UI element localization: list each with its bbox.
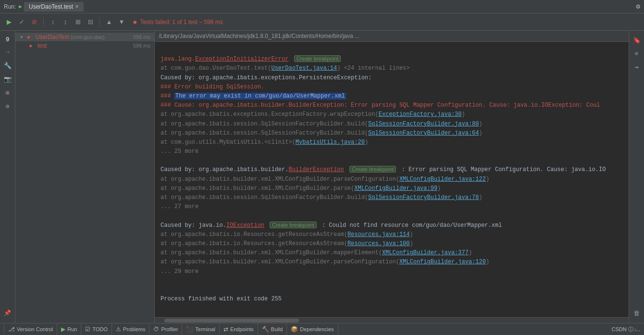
log-line-at-sqlsession64: at org.apache.ibatis.session.SqlSessionF…: [161, 129, 623, 138]
test-time: 596 ms: [133, 43, 150, 49]
build-icon: 🔨: [262, 326, 269, 333]
log-line-at1: at com.guo.dao.UserDaoTest.test(UserDaoT…: [161, 64, 623, 73]
terminal-tab[interactable]: ⬛ Terminal: [182, 323, 220, 335]
more-29: ... 29 more: [161, 268, 198, 275]
link-sql78[interactable]: SqlSessionFactoryBuilder.java:78: [368, 194, 479, 201]
dependencies-tab[interactable]: 📦 Dependencies: [287, 323, 338, 335]
version-control-tab[interactable]: ⎇ Version Control: [4, 323, 57, 335]
camera-icon[interactable]: 📷: [1, 73, 14, 86]
right-label: CSDN ⓘ ₗ...: [612, 326, 640, 333]
settings-icon-top[interactable]: ⚙: [636, 2, 640, 11]
profiler-tab[interactable]: ⏱ Profiler: [149, 323, 182, 335]
link-mybatis[interactable]: MybatisUtils.java:20: [296, 139, 365, 146]
caused2-prefix: Caused by: org.apache.ibatis.builder.: [161, 166, 288, 173]
error-exist-prefix: ###: [161, 93, 174, 99]
link-xml99[interactable]: XMLConfigBuilder.java:99: [354, 185, 437, 192]
problems-icon: ⚠: [116, 326, 121, 333]
create-breakpoint-btn-2[interactable]: Create breakpoint: [349, 166, 396, 173]
builder-exception-link[interactable]: BuilderException: [288, 166, 344, 173]
sort-dur-button[interactable]: ↨: [60, 17, 71, 27]
run-tab[interactable]: ▶ Run: [57, 323, 81, 335]
process-finished-text: Process finished with exit code 255: [161, 296, 282, 302]
link-userdaotest[interactable]: UserDaoTest.java:14: [271, 65, 337, 72]
play-icon-title: ▶: [19, 3, 22, 10]
indent-sidebar-icon[interactable]: ⇥: [631, 62, 643, 73]
at-prefix-1: at com.guo.dao.UserDaoTest.test(: [161, 65, 271, 72]
play-button[interactable]: ▶: [4, 17, 14, 27]
create-breakpoint-btn-3[interactable]: Create breakpoint: [270, 222, 316, 228]
ioexception-link[interactable]: IOException: [226, 222, 264, 229]
log-line-error-building: ### Error building SqlSession.: [161, 83, 623, 92]
create-breakpoint-btn-1[interactable]: Create breakpoint: [294, 55, 341, 62]
link-xml120[interactable]: XMLConfigBuilder.java:120: [399, 259, 486, 265]
link-sql64[interactable]: SqlSessionFactoryBuilder.java:64: [368, 130, 479, 136]
at-xml377-suffix: ): [469, 249, 472, 256]
main-area: 9 → 🔧 📷 ⊞ ⚙ 📌 ▼ ● UserDaoTest (com.guo.d…: [0, 31, 644, 323]
right-side: /Library/Java/JavaVirtualMachines/jdk1.8…: [155, 31, 644, 323]
settings-left-icon[interactable]: ⚙: [1, 100, 14, 112]
more-27: ... 27 more: [161, 203, 198, 210]
error-building-text: ### Error building SqlSession.: [161, 84, 264, 90]
profiler-label: Profiler: [161, 326, 178, 332]
link-res100[interactable]: Resources.java:100: [347, 240, 410, 247]
title-tab[interactable]: UserDaoTest.test ✕: [24, 2, 84, 12]
bookmark-sidebar-icon[interactable]: 🔖: [631, 35, 643, 46]
lines-sidebar-icon[interactable]: ≡: [631, 48, 643, 60]
down-button[interactable]: ▼: [116, 17, 127, 27]
deps-label: Dependencies: [300, 326, 334, 332]
more-25: ... 25 more: [161, 148, 198, 155]
arrow-right-icon[interactable]: →: [1, 46, 14, 59]
log-content[interactable]: java.lang.ExceptionInInitializerError Cr…: [155, 42, 629, 317]
pin-left-icon[interactable]: 📌: [1, 307, 14, 319]
caused-text-1: Caused by: org.apache.ibatis.exceptions.…: [161, 74, 372, 81]
badge-number-icon[interactable]: 9: [1, 33, 14, 45]
endpoints-tab[interactable]: ⇄ Endpoints: [220, 323, 258, 335]
at-xml99-suffix: ): [437, 185, 441, 192]
log-line-at-xmlconfig377: at org.apache.ibatis.builder.xml.XMLConf…: [161, 248, 623, 258]
terminal-icon: ⬛: [186, 326, 193, 333]
toolbar-divider-1: [43, 17, 44, 27]
problems-label: Problems: [123, 326, 145, 332]
trash-sidebar-icon[interactable]: 🗑: [631, 308, 643, 319]
status-right: CSDN ⓘ ₗ...: [612, 326, 640, 333]
wrench-icon[interactable]: 🔧: [1, 60, 14, 72]
at-xml122-prefix: at org.apache.ibatis.builder.xml.XMLConf…: [161, 176, 399, 183]
build-tab[interactable]: 🔨 Build: [258, 323, 287, 335]
stop-button[interactable]: ⊘: [29, 17, 39, 27]
todo-tab[interactable]: ☑ TODO: [81, 323, 112, 335]
tree-item-userdaotest[interactable]: ▼ ● UserDaoTest (com.guo.dao) 596 ms: [15, 33, 154, 41]
content-area: /Library/Java/JavaVirtualMachines/jdk1.8…: [155, 31, 629, 323]
title-bar: Run: ▶ UserDaoTest.test ✕ ⚙: [0, 0, 644, 13]
horizontal-scrollbar[interactable]: [155, 317, 629, 323]
at-xml120-prefix: at org.apache.ibatis.builder.xml.XMLConf…: [161, 259, 399, 265]
sort-alpha-button[interactable]: ↕: [48, 17, 58, 27]
log-line-at-sqlsession78: at org.apache.ibatis.session.SqlSessionF…: [161, 193, 623, 202]
expand-button[interactable]: ⊞: [73, 17, 83, 27]
link-xml377[interactable]: XMLConfigBuilder.java:377: [382, 249, 469, 256]
class-name: UserDaoTest: [36, 34, 69, 40]
toolbar-divider-2: [99, 17, 100, 27]
log-line-caused1: Caused by: org.apache.ibatis.exceptions.…: [161, 74, 623, 83]
scroll-thumb[interactable]: [164, 319, 299, 323]
log-line-exception: java.lang.ExceptionInInitializerError Cr…: [161, 55, 623, 64]
log-line-blank4: [161, 276, 623, 285]
link-sql80[interactable]: SqlSessionFactoryBuilder.java:80: [368, 121, 479, 127]
up-button[interactable]: ▲: [104, 17, 114, 27]
check-button[interactable]: ✓: [16, 17, 27, 27]
problems-tab[interactable]: ⚠ Problems: [112, 323, 149, 335]
log-line-at-xmlconfig120: at org.apache.ibatis.builder.xml.XMLConf…: [161, 258, 623, 267]
at-sql78-prefix: at org.apache.ibatis.session.SqlSessionF…: [161, 194, 368, 201]
structure-icon[interactable]: ⊞: [1, 87, 14, 99]
vc-label: Version Control: [17, 326, 53, 332]
at-sql64-suffix: ): [479, 130, 483, 136]
exception-link[interactable]: ExceptionInInitializerError: [195, 56, 288, 62]
log-line-25more: ... 25 more: [161, 147, 623, 156]
link-res114[interactable]: Resources.java:114: [347, 231, 410, 238]
link-ef[interactable]: ExceptionFactory.java:30: [379, 111, 462, 118]
deps-icon: 📦: [291, 326, 298, 333]
collapse-button[interactable]: ⊟: [85, 17, 96, 27]
tree-item-test[interactable]: ● test 596 ms: [15, 41, 154, 50]
close-tab-icon[interactable]: ✕: [75, 4, 79, 9]
link-xml122[interactable]: XMLConfigBuilder.java:122: [399, 176, 486, 183]
todo-icon: ☑: [85, 326, 90, 333]
